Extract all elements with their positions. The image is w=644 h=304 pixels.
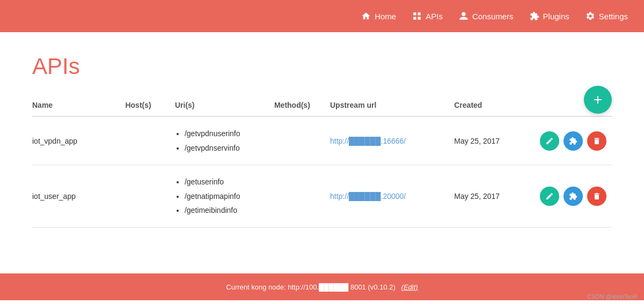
col-header-name: Name	[32, 95, 125, 116]
col-header-hosts: Host(s)	[125, 95, 175, 116]
pencil-icon	[545, 192, 554, 201]
nav-label-consumers: Consumers	[472, 12, 514, 21]
nav-label-plugins: Plugins	[543, 12, 569, 21]
gear-icon	[586, 11, 595, 21]
edit-button[interactable]	[540, 187, 559, 206]
nav-item-consumers[interactable]: Consumers	[459, 11, 514, 21]
puzzle-icon	[530, 11, 539, 21]
nav-item-plugins[interactable]: Plugins	[530, 11, 569, 21]
watermark: CSDN @alvinTaoR	[587, 293, 638, 300]
cell-methods	[274, 165, 330, 228]
col-header-upstream: Upstream url	[330, 95, 454, 116]
footer-node-text: Current kong node: http://100.██████ 800…	[226, 283, 395, 291]
cell-uris: /getvpdnuserinfo/getvpdnservinfo	[175, 116, 274, 165]
cell-uris: /getuserinfo/getnatipmapinfo/getimeibind…	[175, 165, 274, 228]
delete-button[interactable]	[587, 131, 606, 151]
cell-hosts	[125, 165, 175, 228]
nav-label-settings: Settings	[599, 12, 628, 21]
cell-upstream: http://██████.16666/	[330, 116, 454, 165]
nav-label-home: Home	[375, 12, 396, 21]
upstream-link[interactable]: http://██████.20000/	[330, 192, 406, 201]
trash-icon	[592, 137, 601, 145]
pencil-icon	[545, 137, 554, 145]
plugin-button[interactable]	[564, 131, 583, 151]
cell-methods	[274, 116, 330, 165]
cell-created: May 25, 2017	[454, 165, 529, 228]
table-body: iot_vpdn_app/getvpdnuserinfo/getvpdnserv…	[32, 116, 612, 227]
cell-name: iot_vpdn_app	[32, 116, 125, 165]
api-table: Name Host(s) Uri(s) Method(s) Upstream u…	[32, 95, 612, 228]
col-header-created: Created	[454, 95, 529, 116]
trash-icon	[592, 192, 601, 201]
uri-item: /getvpdnservinfo	[185, 141, 269, 155]
nav-item-settings[interactable]: Settings	[586, 11, 628, 21]
grid-icon	[412, 11, 422, 21]
uri-item: /getimeibindinfo	[185, 203, 269, 218]
puzzle-piece-icon	[569, 192, 577, 201]
nav-item-home[interactable]: Home	[361, 11, 396, 21]
nav-items: Home APIs Consumers Plugins Settings	[361, 11, 628, 21]
uri-item: /getvpdnuserinfo	[185, 127, 269, 141]
upstream-link[interactable]: http://██████.16666/	[330, 137, 406, 145]
cell-hosts	[125, 116, 175, 165]
table-row: iot_user_app/getuserinfo/getnatipmapinfo…	[32, 165, 612, 228]
col-header-uris: Uri(s)	[175, 95, 274, 116]
plugin-button[interactable]	[564, 187, 583, 206]
add-api-button[interactable]: +	[584, 86, 612, 114]
footer-text: Current kong node: http://100.██████ 800…	[226, 283, 418, 291]
uri-item: /getnatipmapinfo	[185, 189, 269, 204]
table-row: iot_vpdn_app/getvpdnuserinfo/getvpdnserv…	[32, 116, 612, 165]
home-icon	[361, 11, 371, 21]
cell-name: iot_user_app	[32, 165, 125, 228]
puzzle-piece-icon	[569, 137, 577, 145]
footer-edit-link[interactable]: (Edit)	[401, 283, 418, 291]
table-header: Name Host(s) Uri(s) Method(s) Upstream u…	[32, 95, 612, 116]
cell-created: May 25, 2017	[454, 116, 529, 165]
person-icon	[459, 11, 469, 21]
footer: Current kong node: http://100.██████ 800…	[0, 273, 644, 300]
page-title: APIs	[32, 54, 612, 79]
navbar: Home APIs Consumers Plugins Settings	[0, 0, 644, 32]
main-content: APIs + Name Host(s) Uri(s) Method(s) Ups…	[0, 32, 644, 273]
cell-actions	[529, 116, 612, 165]
nav-label-apis: APIs	[426, 12, 443, 21]
cell-upstream: http://██████.20000/	[330, 165, 454, 228]
edit-button[interactable]	[540, 131, 559, 151]
delete-button[interactable]	[587, 187, 606, 206]
cell-actions	[529, 165, 612, 228]
action-buttons	[529, 187, 606, 206]
uri-item: /getuserinfo	[185, 175, 269, 189]
col-header-methods: Method(s)	[274, 95, 330, 116]
nav-item-apis[interactable]: APIs	[412, 11, 443, 21]
action-buttons	[529, 131, 606, 151]
